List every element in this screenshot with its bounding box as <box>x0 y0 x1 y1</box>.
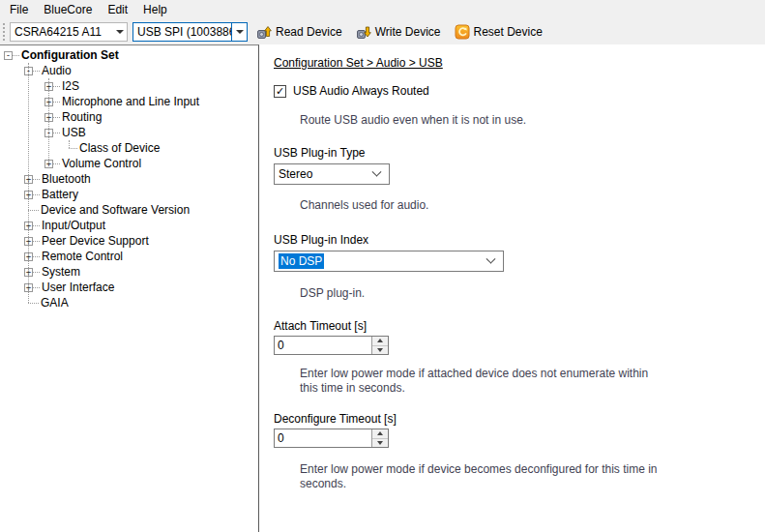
settings-form: Configuration Set > Audio > USB USB Audi… <box>259 44 765 532</box>
deconfigure-timeout-input[interactable] <box>275 429 371 447</box>
device-combo-value: CSRA64215 A11 <box>11 25 113 39</box>
tree-item-class-of-device[interactable]: Class of Device <box>0 140 258 156</box>
main-area: - Configuration Set - Audio + I2S + Micr… <box>0 44 765 532</box>
attach-timeout-help: Enter low power mode if attached device … <box>300 367 658 396</box>
read-device-button[interactable]: Read Device <box>251 21 347 43</box>
tree-item-audio[interactable]: - Audio <box>0 63 258 78</box>
deconfigure-timeout-help: Enter low power mode if device becomes d… <box>300 462 658 491</box>
tree-item-microphone-and-line-input[interactable]: + Microphone and Line Input <box>0 94 258 109</box>
tree-item-i2s[interactable]: + I2S <box>0 78 258 94</box>
tree-item-usb[interactable]: - USB <box>0 125 258 140</box>
tree-item-gaia[interactable]: GAIA <box>0 295 258 310</box>
attach-timeout-spinner <box>371 337 388 354</box>
tree-connector-line <box>69 140 70 148</box>
tree-item-peer-device-support[interactable]: + Peer Device Support <box>0 233 258 249</box>
toolbar: CSRA64215 A11 USB SPI (1003886) Read Dev… <box>0 19 765 44</box>
write-device-button[interactable]: Write Device <box>351 21 446 43</box>
deconfigure-timeout-spinbox <box>274 429 389 448</box>
tree-connector-line <box>28 63 29 303</box>
spin-up-icon[interactable] <box>372 337 388 346</box>
read-device-icon <box>256 24 272 40</box>
usb-plugin-index-value: No DSP <box>279 253 324 269</box>
toolbar-grip[interactable] <box>3 23 6 41</box>
tree-item-device-and-software-version[interactable]: Device and Software Version <box>0 202 258 218</box>
usb-audio-always-routed-row: USB Audio Always Routed <box>274 84 746 99</box>
reset-device-icon <box>455 24 470 40</box>
deconfigure-timeout-spinner <box>371 429 388 447</box>
transport-combo[interactable]: USB SPI (1003886) <box>132 22 248 42</box>
attach-timeout-label: Attach Timeout [s] <box>274 319 746 334</box>
menu-help[interactable]: Help <box>135 0 175 19</box>
usb-plugin-type-help: Channels used for audio. <box>300 198 658 213</box>
chevron-down-icon[interactable] <box>231 23 247 41</box>
tree-item-user-interface[interactable]: + User Interface <box>0 280 258 295</box>
reset-device-label: Reset Device <box>474 25 543 39</box>
tree-connector-line <box>48 78 49 163</box>
tree-item-routing[interactable]: + Routing <box>0 109 258 125</box>
spin-up-icon[interactable] <box>372 429 388 439</box>
spin-down-icon[interactable] <box>372 346 388 355</box>
tree-item-bluetooth[interactable]: + Bluetooth <box>0 171 258 187</box>
transport-combo-value: USB SPI (1003886) <box>133 25 231 39</box>
attach-timeout-spinbox <box>274 336 389 355</box>
spin-down-icon[interactable] <box>372 439 388 448</box>
usb-plugin-index-label: USB Plug-in Index <box>274 233 746 248</box>
device-combo[interactable]: CSRA64215 A11 <box>10 22 128 42</box>
usb-plugin-type-label: USB Plug-in Type <box>274 146 746 161</box>
usb-plugin-index-help: DSP plug-in. <box>300 286 658 301</box>
usb-audio-always-routed-label: USB Audio Always Routed <box>293 84 429 99</box>
tree-item-configuration-set[interactable]: - Configuration Set <box>0 47 258 63</box>
tree-item-volume-control[interactable]: + Volume Control <box>0 156 258 171</box>
deconfigure-timeout-label: Deconfigure Timeout [s] <box>274 412 746 427</box>
tree-item-system[interactable]: + System <box>0 264 258 280</box>
menu-bluecore[interactable]: BlueCore <box>36 0 100 19</box>
usb-audio-always-routed-checkbox[interactable] <box>274 85 286 98</box>
configuration-tree: - Configuration Set - Audio + I2S + Micr… <box>0 44 259 532</box>
collapse-icon[interactable]: - <box>4 51 13 60</box>
usb-plugin-type-value: Stereo <box>279 167 312 181</box>
chevron-down-icon[interactable] <box>113 30 127 34</box>
chevron-down-icon <box>486 253 496 263</box>
write-device-label: Write Device <box>375 25 441 39</box>
tree-item-remote-control[interactable]: + Remote Control <box>0 249 258 264</box>
menu-edit[interactable]: Edit <box>100 0 135 19</box>
breadcrumb[interactable]: Configuration Set > Audio > USB <box>274 56 746 71</box>
write-device-icon <box>356 24 371 40</box>
chevron-down-icon <box>372 166 382 176</box>
usb-plugin-type-select[interactable]: Stereo <box>274 163 390 185</box>
reset-device-button[interactable]: Reset Device <box>450 21 547 43</box>
tree-item-battery[interactable]: + Battery <box>0 187 258 202</box>
attach-timeout-input[interactable] <box>275 337 371 354</box>
usb-audio-always-routed-help: Route USB audio even when it is not in u… <box>300 113 658 128</box>
menu-file[interactable]: File <box>2 0 36 19</box>
usb-plugin-index-select[interactable]: No DSP <box>274 251 504 272</box>
read-device-label: Read Device <box>276 25 342 39</box>
tree-item-input-output[interactable]: + Input/Output <box>0 218 258 233</box>
menu-bar: File BlueCore Edit Help <box>0 0 765 19</box>
